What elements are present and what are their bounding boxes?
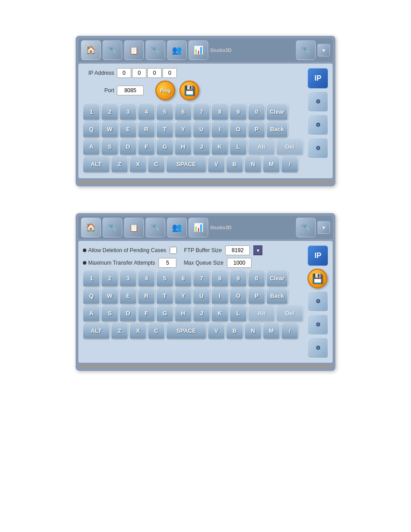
side-btn-2c[interactable]: ⚙ xyxy=(308,338,328,358)
key2-a[interactable]: A xyxy=(83,305,100,322)
key-5[interactable]: 5 xyxy=(156,104,173,120)
side-btn-1b[interactable]: ⚙ xyxy=(308,115,328,135)
key-a[interactable]: A xyxy=(83,139,100,155)
key-z[interactable]: Z xyxy=(111,156,128,172)
toolbar-btn-tools-1[interactable]: 🔧 xyxy=(103,40,122,60)
key2-w[interactable]: W xyxy=(101,288,118,304)
key2-f[interactable]: F xyxy=(138,305,155,322)
key-g[interactable]: G xyxy=(156,139,173,155)
key-space[interactable]: SPACE xyxy=(166,156,206,172)
key2-m[interactable]: M xyxy=(263,323,280,339)
ip-octet-4[interactable] xyxy=(163,68,177,78)
key-1[interactable]: 1 xyxy=(83,104,100,120)
key-r[interactable]: R xyxy=(138,121,155,137)
key-m[interactable]: M xyxy=(263,156,280,172)
key2-5[interactable]: 5 xyxy=(156,270,173,287)
toolbar-dropdown-1[interactable]: ▼ xyxy=(317,44,330,56)
toolbar-btn-list-2[interactable]: 📋 xyxy=(124,218,144,237)
key2-z[interactable]: Z xyxy=(111,323,128,339)
key2-s[interactable]: S xyxy=(101,305,118,322)
key2-6[interactable]: 6 xyxy=(175,270,192,287)
key2-alt2[interactable]: Alt xyxy=(248,305,275,322)
max-transfer-input[interactable] xyxy=(158,258,176,268)
key-del[interactable]: Del xyxy=(276,139,303,155)
key-4[interactable]: 4 xyxy=(138,104,155,120)
toolbar-dropdown-2[interactable]: ▼ xyxy=(317,221,330,234)
key2-i[interactable]: I xyxy=(211,288,228,304)
toolbar-btn-wrench-2[interactable]: 🔧 xyxy=(146,218,165,237)
key2-u[interactable]: U xyxy=(193,288,210,304)
key-k[interactable]: K xyxy=(211,139,228,155)
key-t[interactable]: T xyxy=(156,121,173,137)
ping-button[interactable]: Ping xyxy=(155,81,175,100)
key2-k[interactable]: K xyxy=(211,305,228,322)
key2-o[interactable]: O xyxy=(230,288,247,304)
key2-g[interactable]: G xyxy=(156,305,173,322)
key2-9[interactable]: 9 xyxy=(230,270,247,287)
key2-x[interactable]: X xyxy=(129,323,146,339)
key-clear[interactable]: Clear xyxy=(266,104,288,120)
key-o[interactable]: O xyxy=(230,121,247,137)
key-h[interactable]: H xyxy=(175,139,192,155)
key-s[interactable]: S xyxy=(101,139,118,155)
key-e[interactable]: E xyxy=(120,121,137,137)
side-btn-1a[interactable]: ⚙ xyxy=(308,91,328,112)
key-8[interactable]: 8 xyxy=(211,104,228,120)
key2-0[interactable]: 0 xyxy=(248,270,265,287)
save-button-2[interactable]: 💾 xyxy=(308,269,327,288)
key-c[interactable]: C xyxy=(148,156,165,172)
key2-del[interactable]: Del xyxy=(276,305,303,322)
toolbar-btn-xray-1[interactable]: 📊 xyxy=(188,40,208,60)
ftp-buffer-dropdown[interactable]: ▼ xyxy=(253,245,262,255)
toolbar-btn-users-2[interactable]: 👥 xyxy=(167,218,187,237)
toolbar-btn-list-1[interactable]: 📋 xyxy=(124,40,144,60)
key-b[interactable]: B xyxy=(226,156,243,172)
key-i[interactable]: I xyxy=(211,121,228,137)
key2-back[interactable]: Back xyxy=(266,288,288,304)
key-j[interactable]: J xyxy=(193,139,210,155)
key2-3[interactable]: 3 xyxy=(120,270,137,287)
key2-c[interactable]: C xyxy=(148,323,165,339)
key2-1[interactable]: 1 xyxy=(83,270,100,287)
key2-v[interactable]: V xyxy=(208,323,225,339)
key2-t[interactable]: T xyxy=(156,288,173,304)
key2-slash[interactable]: / xyxy=(281,323,298,339)
key-p[interactable]: P xyxy=(248,121,265,137)
key-2[interactable]: 2 xyxy=(101,104,118,120)
key2-space[interactable]: SPACE xyxy=(166,323,206,339)
ip-octet-3[interactable] xyxy=(147,68,162,78)
key-back[interactable]: Back xyxy=(266,121,288,137)
key-alt[interactable]: ALT xyxy=(83,156,110,172)
key2-d[interactable]: D xyxy=(120,305,137,322)
key-0[interactable]: 0 xyxy=(248,104,265,120)
key-7[interactable]: 7 xyxy=(193,104,210,120)
key2-h[interactable]: H xyxy=(175,305,192,322)
key2-n[interactable]: N xyxy=(244,323,261,339)
key-w[interactable]: W xyxy=(101,121,118,137)
key2-r[interactable]: R xyxy=(138,288,155,304)
toolbar-btn-settings-1[interactable]: 🔧 xyxy=(296,40,316,60)
key-x[interactable]: X xyxy=(129,156,146,172)
key2-b[interactable]: B xyxy=(226,323,243,339)
key2-7[interactable]: 7 xyxy=(193,270,210,287)
port-input[interactable] xyxy=(117,86,144,95)
max-queue-input[interactable] xyxy=(227,258,252,268)
key-y[interactable]: Y xyxy=(175,121,192,137)
key-u[interactable]: U xyxy=(193,121,210,137)
toolbar-btn-tools-2[interactable]: 🔧 xyxy=(103,218,122,237)
key2-clear[interactable]: Clear xyxy=(266,270,288,287)
key2-2[interactable]: 2 xyxy=(101,270,118,287)
allow-deletion-checkbox[interactable] xyxy=(170,247,177,254)
key2-j[interactable]: J xyxy=(193,305,210,322)
key2-y[interactable]: Y xyxy=(175,288,192,304)
side-btn-2b[interactable]: ⚙ xyxy=(308,314,328,335)
ip-octet-2[interactable] xyxy=(132,68,146,78)
key2-4[interactable]: 4 xyxy=(138,270,155,287)
toolbar-btn-settings-2[interactable]: 🔧 xyxy=(296,218,316,237)
key-v[interactable]: V xyxy=(208,156,225,172)
home-button-2[interactable]: 🏠 xyxy=(81,218,101,237)
key2-l[interactable]: L xyxy=(230,305,247,322)
home-button-1[interactable]: 🏠 xyxy=(81,40,101,60)
key-f[interactable]: F xyxy=(138,139,155,155)
side-btn-2a[interactable]: ⚙ xyxy=(308,291,328,312)
